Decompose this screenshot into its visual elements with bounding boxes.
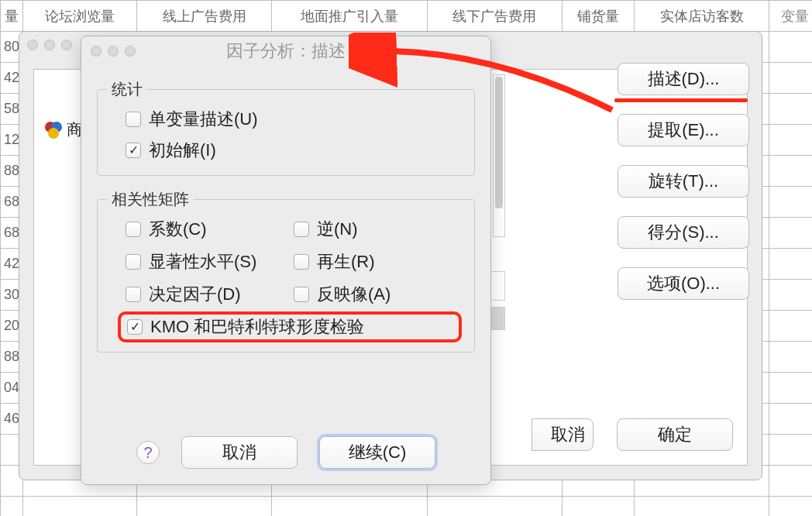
checkbox-icon[interactable] [126,222,141,237]
anti-image-check[interactable]: 反映像(A) [294,279,462,310]
col-header[interactable]: 铺货量 [562,1,635,32]
window-zoom-icon[interactable] [61,40,72,50]
continue-button[interactable]: 继续(C) [319,436,435,469]
annotation-underline [614,98,748,102]
cancel-label: 取消 [222,441,256,464]
continue-label: 继续(C) [349,441,407,464]
col-header[interactable]: 线下广告费用 [427,1,562,32]
determinant-check[interactable]: 决定因子(D) [126,279,294,310]
checkbox-icon[interactable] [294,222,309,237]
kmo-label: KMO 和巴特利特球形度检验 [150,315,364,339]
window-zoom-icon[interactable] [125,46,136,57]
group-legend: 统计 [107,79,147,100]
ok-label: 确定 [658,423,692,446]
checkbox-icon[interactable] [126,287,141,302]
window-close-icon[interactable] [27,40,38,50]
checkbox-icon[interactable] [126,143,141,158]
parent-cancel-button[interactable]: 取消 [532,418,594,451]
correlation-matrix-group: 相关性矩阵 系数(C) 逆(N) 显著性水平(S) 再生(R) 决定因子(D) [97,199,475,353]
col-header[interactable]: 变量 [769,1,812,32]
window-minimize-icon[interactable] [44,40,55,50]
col-header[interactable]: 论坛浏览量 [23,1,137,32]
nominal-variable-icon [45,122,62,139]
reproduced-check[interactable]: 再生(R) [294,246,462,277]
significance-check[interactable]: 显著性水平(S) [126,246,294,277]
univariate-label: 单变量描述(U) [149,108,258,131]
group-legend: 相关性矩阵 [107,189,194,210]
variable-list-item[interactable]: 商 [45,119,82,140]
kmo-bartlett-check[interactable]: KMO 和巴特利特球形度检验 [118,311,462,342]
variable-label: 商 [67,119,82,140]
col-header[interactable]: 地面推广引入量 [272,1,428,32]
options-label: 选项(O)... [647,272,720,295]
titlebar[interactable]: 因子分析：描述 [81,36,490,66]
checkbox-icon[interactable] [294,287,309,302]
coefficients-check[interactable]: 系数(C) [126,214,294,245]
initial-solution-check[interactable]: 初始解(I) [126,135,462,166]
inverse-check[interactable]: 逆(N) [294,214,462,245]
cancel-label: 取消 [551,423,585,446]
reprod-label: 再生(R) [317,250,375,273]
col-header[interactable]: 实体店访客数 [635,1,769,32]
scrollbar[interactable] [493,74,505,237]
scores-label: 得分(S)... [648,221,719,244]
ok-button[interactable]: 确定 [617,418,733,451]
checkbox-icon[interactable] [294,254,309,270]
inverse-label: 逆(N) [317,218,358,241]
univariate-check[interactable]: 单变量描述(U) [126,104,462,135]
describe-button[interactable]: 描述(D)... [618,63,749,95]
col-header[interactable]: 量 [1,1,23,32]
descriptives-dialog: 因子分析：描述 统计 单变量描述(U) 初始解(I) 相关性矩阵 系数(C) 逆… [81,36,491,485]
col-header[interactable]: 线上广告费用 [137,1,272,32]
scrollbar-thumb[interactable] [495,77,503,208]
checkbox-icon[interactable] [127,319,143,335]
det-label: 决定因子(D) [149,283,241,306]
help-icon: ? [143,444,152,462]
cancel-button[interactable]: 取消 [181,436,298,469]
options-button[interactable]: 选项(O)... [618,267,749,300]
initial-label: 初始解(I) [149,139,216,162]
describe-label: 描述(D)... [648,67,720,91]
anti-label: 反映像(A) [317,283,391,306]
scores-button[interactable]: 得分(S)... [618,216,749,249]
coeff-label: 系数(C) [149,218,207,241]
extract-label: 提取(E)... [648,119,719,142]
rotate-button[interactable]: 旋转(T)... [618,165,749,198]
extract-button[interactable]: 提取(E)... [618,114,749,146]
help-button[interactable]: ? [136,441,160,464]
header-row: 量 论坛浏览量 线上广告费用 地面推广引入量 线下广告费用 铺货量 实体店访客数… [1,1,813,32]
statistics-group: 统计 单变量描述(U) 初始解(I) [97,89,475,176]
sig-label: 显著性水平(S) [149,250,256,273]
window-minimize-icon[interactable] [108,46,119,57]
rotate-label: 旋转(T)... [649,170,718,193]
checkbox-icon[interactable] [126,254,141,270]
checkbox-icon[interactable] [126,112,141,127]
dialog-title: 因子分析：描述 [81,40,490,63]
window-close-icon[interactable] [91,46,102,57]
